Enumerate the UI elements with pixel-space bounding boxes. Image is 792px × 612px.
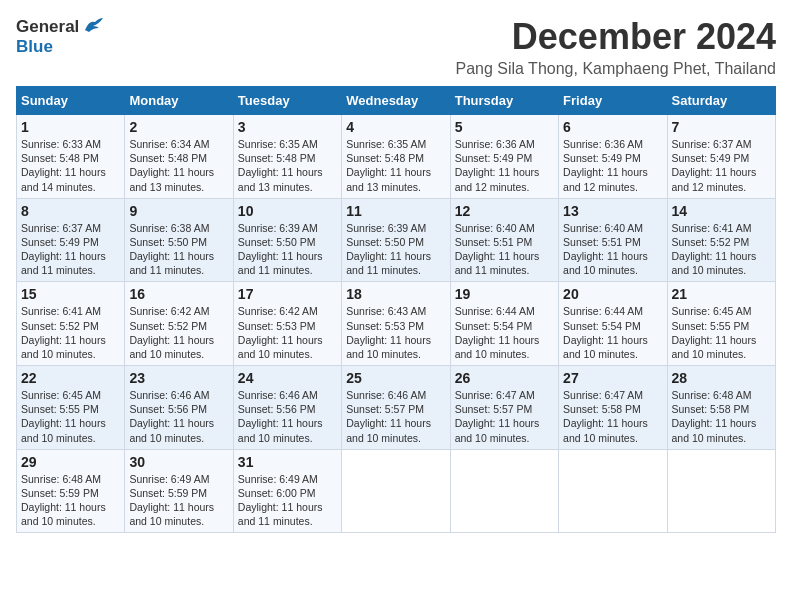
calendar-cell: 31Sunrise: 6:49 AMSunset: 6:00 PMDayligh… — [233, 449, 341, 533]
week-row-5: 29Sunrise: 6:48 AMSunset: 5:59 PMDayligh… — [17, 449, 776, 533]
calendar-cell: 23Sunrise: 6:46 AMSunset: 5:56 PMDayligh… — [125, 366, 233, 450]
cell-details: Sunrise: 6:40 AMSunset: 5:51 PMDaylight:… — [563, 221, 662, 278]
calendar-cell: 11Sunrise: 6:39 AMSunset: 5:50 PMDayligh… — [342, 198, 450, 282]
cell-details: Sunrise: 6:41 AMSunset: 5:52 PMDaylight:… — [672, 221, 771, 278]
week-row-3: 15Sunrise: 6:41 AMSunset: 5:52 PMDayligh… — [17, 282, 776, 366]
calendar-cell: 17Sunrise: 6:42 AMSunset: 5:53 PMDayligh… — [233, 282, 341, 366]
header-saturday: Saturday — [667, 87, 775, 115]
title-block: December 2024 Pang Sila Thong, Kamphaeng… — [455, 16, 776, 78]
cell-details: Sunrise: 6:44 AMSunset: 5:54 PMDaylight:… — [455, 304, 554, 361]
calendar-cell — [450, 449, 558, 533]
cell-details: Sunrise: 6:35 AMSunset: 5:48 PMDaylight:… — [346, 137, 445, 194]
cell-details: Sunrise: 6:36 AMSunset: 5:49 PMDaylight:… — [455, 137, 554, 194]
day-number: 23 — [129, 370, 228, 386]
header-thursday: Thursday — [450, 87, 558, 115]
cell-details: Sunrise: 6:40 AMSunset: 5:51 PMDaylight:… — [455, 221, 554, 278]
logo-container: General Blue — [16, 16, 103, 57]
cell-details: Sunrise: 6:49 AMSunset: 5:59 PMDaylight:… — [129, 472, 228, 529]
day-number: 1 — [21, 119, 120, 135]
calendar-cell: 3Sunrise: 6:35 AMSunset: 5:48 PMDaylight… — [233, 115, 341, 199]
cell-details: Sunrise: 6:38 AMSunset: 5:50 PMDaylight:… — [129, 221, 228, 278]
week-row-2: 8Sunrise: 6:37 AMSunset: 5:49 PMDaylight… — [17, 198, 776, 282]
calendar-cell: 6Sunrise: 6:36 AMSunset: 5:49 PMDaylight… — [559, 115, 667, 199]
calendar-cell: 13Sunrise: 6:40 AMSunset: 5:51 PMDayligh… — [559, 198, 667, 282]
day-number: 4 — [346, 119, 445, 135]
cell-details: Sunrise: 6:49 AMSunset: 6:00 PMDaylight:… — [238, 472, 337, 529]
calendar-cell: 8Sunrise: 6:37 AMSunset: 5:49 PMDaylight… — [17, 198, 125, 282]
cell-details: Sunrise: 6:33 AMSunset: 5:48 PMDaylight:… — [21, 137, 120, 194]
cell-details: Sunrise: 6:46 AMSunset: 5:56 PMDaylight:… — [238, 388, 337, 445]
header-monday: Monday — [125, 87, 233, 115]
cell-details: Sunrise: 6:44 AMSunset: 5:54 PMDaylight:… — [563, 304, 662, 361]
day-number: 31 — [238, 454, 337, 470]
day-number: 27 — [563, 370, 662, 386]
day-number: 11 — [346, 203, 445, 219]
day-number: 14 — [672, 203, 771, 219]
month-title: December 2024 — [455, 16, 776, 58]
cell-details: Sunrise: 6:43 AMSunset: 5:53 PMDaylight:… — [346, 304, 445, 361]
location-subtitle: Pang Sila Thong, Kamphaeng Phet, Thailan… — [455, 60, 776, 78]
day-number: 7 — [672, 119, 771, 135]
day-number: 2 — [129, 119, 228, 135]
calendar-cell: 5Sunrise: 6:36 AMSunset: 5:49 PMDaylight… — [450, 115, 558, 199]
day-number: 21 — [672, 286, 771, 302]
calendar-cell: 9Sunrise: 6:38 AMSunset: 5:50 PMDaylight… — [125, 198, 233, 282]
day-number: 26 — [455, 370, 554, 386]
calendar-cell: 30Sunrise: 6:49 AMSunset: 5:59 PMDayligh… — [125, 449, 233, 533]
calendar-cell: 18Sunrise: 6:43 AMSunset: 5:53 PMDayligh… — [342, 282, 450, 366]
day-number: 18 — [346, 286, 445, 302]
header-sunday: Sunday — [17, 87, 125, 115]
day-number: 6 — [563, 119, 662, 135]
calendar-table: SundayMondayTuesdayWednesdayThursdayFrid… — [16, 86, 776, 533]
calendar-cell: 15Sunrise: 6:41 AMSunset: 5:52 PMDayligh… — [17, 282, 125, 366]
header-wednesday: Wednesday — [342, 87, 450, 115]
cell-details: Sunrise: 6:37 AMSunset: 5:49 PMDaylight:… — [672, 137, 771, 194]
cell-details: Sunrise: 6:45 AMSunset: 5:55 PMDaylight:… — [672, 304, 771, 361]
day-number: 24 — [238, 370, 337, 386]
calendar-cell: 24Sunrise: 6:46 AMSunset: 5:56 PMDayligh… — [233, 366, 341, 450]
cell-details: Sunrise: 6:46 AMSunset: 5:56 PMDaylight:… — [129, 388, 228, 445]
cell-details: Sunrise: 6:39 AMSunset: 5:50 PMDaylight:… — [238, 221, 337, 278]
calendar-cell: 16Sunrise: 6:42 AMSunset: 5:52 PMDayligh… — [125, 282, 233, 366]
day-number: 3 — [238, 119, 337, 135]
calendar-cell: 28Sunrise: 6:48 AMSunset: 5:58 PMDayligh… — [667, 366, 775, 450]
logo-bird-icon — [81, 16, 103, 38]
logo: General Blue — [16, 16, 103, 57]
day-number: 5 — [455, 119, 554, 135]
calendar-cell: 22Sunrise: 6:45 AMSunset: 5:55 PMDayligh… — [17, 366, 125, 450]
cell-details: Sunrise: 6:36 AMSunset: 5:49 PMDaylight:… — [563, 137, 662, 194]
day-number: 10 — [238, 203, 337, 219]
cell-details: Sunrise: 6:47 AMSunset: 5:57 PMDaylight:… — [455, 388, 554, 445]
cell-details: Sunrise: 6:35 AMSunset: 5:48 PMDaylight:… — [238, 137, 337, 194]
calendar-cell — [667, 449, 775, 533]
cell-details: Sunrise: 6:42 AMSunset: 5:52 PMDaylight:… — [129, 304, 228, 361]
day-number: 20 — [563, 286, 662, 302]
calendar-cell: 21Sunrise: 6:45 AMSunset: 5:55 PMDayligh… — [667, 282, 775, 366]
calendar-cell: 12Sunrise: 6:40 AMSunset: 5:51 PMDayligh… — [450, 198, 558, 282]
day-number: 16 — [129, 286, 228, 302]
day-number: 28 — [672, 370, 771, 386]
day-number: 25 — [346, 370, 445, 386]
calendar-cell: 2Sunrise: 6:34 AMSunset: 5:48 PMDaylight… — [125, 115, 233, 199]
cell-details: Sunrise: 6:48 AMSunset: 5:59 PMDaylight:… — [21, 472, 120, 529]
header-tuesday: Tuesday — [233, 87, 341, 115]
calendar-cell: 1Sunrise: 6:33 AMSunset: 5:48 PMDaylight… — [17, 115, 125, 199]
calendar-header-row: SundayMondayTuesdayWednesdayThursdayFrid… — [17, 87, 776, 115]
cell-details: Sunrise: 6:39 AMSunset: 5:50 PMDaylight:… — [346, 221, 445, 278]
day-number: 9 — [129, 203, 228, 219]
day-number: 17 — [238, 286, 337, 302]
calendar-cell: 25Sunrise: 6:46 AMSunset: 5:57 PMDayligh… — [342, 366, 450, 450]
cell-details: Sunrise: 6:34 AMSunset: 5:48 PMDaylight:… — [129, 137, 228, 194]
day-number: 19 — [455, 286, 554, 302]
cell-details: Sunrise: 6:46 AMSunset: 5:57 PMDaylight:… — [346, 388, 445, 445]
day-number: 8 — [21, 203, 120, 219]
calendar-cell — [342, 449, 450, 533]
day-number: 22 — [21, 370, 120, 386]
calendar-cell: 19Sunrise: 6:44 AMSunset: 5:54 PMDayligh… — [450, 282, 558, 366]
calendar-cell: 27Sunrise: 6:47 AMSunset: 5:58 PMDayligh… — [559, 366, 667, 450]
day-number: 15 — [21, 286, 120, 302]
logo-blue: Blue — [16, 38, 53, 57]
calendar-cell — [559, 449, 667, 533]
calendar-cell: 10Sunrise: 6:39 AMSunset: 5:50 PMDayligh… — [233, 198, 341, 282]
calendar-cell: 7Sunrise: 6:37 AMSunset: 5:49 PMDaylight… — [667, 115, 775, 199]
